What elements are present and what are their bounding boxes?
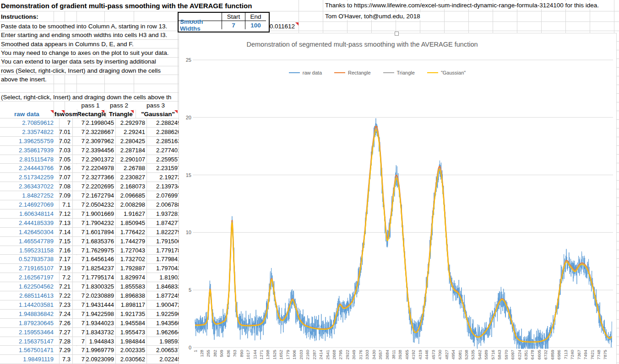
table-cell[interactable]: 7 [73, 164, 86, 173]
table-cell[interactable]: 1.744279 [116, 237, 147, 246]
table-cell[interactable]: 7.29 [60, 346, 73, 355]
table-cell[interactable]: 7.05 [60, 155, 73, 164]
table-cell[interactable]: 1.8343732 [86, 328, 116, 337]
table-cell[interactable]: 7 [73, 246, 86, 255]
table-cell[interactable]: 1.91627 [116, 209, 147, 219]
column-header[interactable]: "Gaussian" [136, 110, 180, 118]
table-cell[interactable]: 2.008298 [116, 200, 147, 209]
table-cell[interactable]: 7.2 [60, 273, 73, 282]
table-cell[interactable]: 1.898117 [116, 300, 147, 310]
table-cell[interactable]: 7.15 [60, 237, 73, 246]
table-cell[interactable]: 1.9344023 [86, 319, 116, 328]
table-cell[interactable]: 1.6835376 [86, 237, 116, 246]
table-cell[interactable]: 2.146927069 [0, 200, 60, 209]
chart-selection-handle[interactable] [395, 32, 399, 36]
instruction-line[interactable]: You may need to change to axes on the pl… [1, 49, 170, 57]
table-cell[interactable]: 2.815115478 [0, 155, 60, 164]
table-cell[interactable]: 1.792887 [116, 264, 147, 273]
table-cell[interactable]: 7 [73, 191, 86, 200]
table-cell[interactable]: 0.527835738 [0, 255, 60, 264]
table-cell[interactable]: 1.567501471 [0, 346, 60, 355]
table-cell[interactable]: 2.030562 [116, 355, 147, 364]
table-cell[interactable]: 7.14 [60, 228, 73, 237]
table-cell[interactable]: 1.6017894 [86, 228, 116, 237]
table-cell[interactable]: 2.280425 [116, 137, 147, 146]
table-cell[interactable]: 2.0923099 [86, 355, 116, 364]
instruction-line[interactable]: Smoothed data appears in Columns D, E, a… [1, 40, 135, 48]
table-cell[interactable]: 2.0230889 [86, 291, 116, 300]
sw-start-header[interactable]: Start [222, 13, 245, 21]
table-cell[interactable]: 7.16 [60, 246, 73, 255]
instruction-line[interactable]: rows (Select, right-click, Insert) and d… [1, 67, 162, 75]
table-cell[interactable]: 7.07 [60, 173, 73, 182]
table-cell[interactable]: 7.21 [60, 282, 73, 291]
legend-item[interactable]: Rectangle [334, 70, 371, 75]
table-cell[interactable]: 1.622504562 [0, 282, 60, 291]
column-header[interactable]: raw data [0, 110, 54, 118]
table-cell[interactable]: 2.162567197 [0, 273, 60, 282]
table-cell[interactable]: 1.944843 [86, 337, 116, 346]
increment-cell[interactable]: 0.011612 [268, 22, 296, 30]
table-cell[interactable]: 2.29241 [116, 128, 147, 137]
table-cell[interactable]: 7.27 [60, 328, 73, 337]
table-cell[interactable]: 2.444185339 [0, 219, 60, 228]
table-cell[interactable]: 1.8300325 [86, 282, 116, 291]
table-cell[interactable]: 2.3394456 [86, 146, 116, 155]
table-cell[interactable]: 7.13 [60, 219, 73, 228]
instruction-line[interactable]: above the insert. [1, 75, 48, 83]
table-cell[interactable]: 2.26788 [116, 164, 147, 173]
table-cell[interactable]: 1.984844 [116, 337, 147, 346]
table-cell[interactable]: 7 [73, 255, 86, 264]
table-cell[interactable]: 1.98491119 [0, 355, 60, 364]
table-cell[interactable]: 7 [73, 228, 86, 237]
author-cell[interactable]: Tom O'Haver, toh@umd.edu, 2018 [325, 12, 422, 20]
table-cell[interactable]: 2.002335 [116, 346, 147, 355]
table-cell[interactable]: 1.465547789 [0, 237, 60, 246]
instruction-line[interactable]: Paste data to be smoothed into Column A,… [1, 22, 168, 30]
table-cell[interactable]: 7 [73, 137, 86, 146]
table-cell[interactable]: 2.33574822 [0, 128, 60, 137]
table-cell[interactable]: 1.727043 [116, 246, 147, 255]
table-cell[interactable]: 7.08 [60, 182, 73, 191]
table-cell[interactable]: 2.230827 [116, 173, 147, 182]
table-cell[interactable]: 2.096685 [116, 191, 147, 200]
table-cell[interactable]: 2.168073 [116, 182, 147, 191]
table-cell[interactable]: 2.1998045 [86, 118, 116, 128]
table-cell[interactable]: 7 [73, 355, 86, 364]
table-cell[interactable]: 1.955473 [116, 328, 147, 337]
table-cell[interactable]: 1.921735 [116, 310, 147, 319]
pass-header[interactable]: pass 2 [104, 102, 134, 109]
table-cell[interactable]: 7 [73, 264, 86, 273]
table-cell[interactable]: 7 [73, 219, 86, 228]
instruction-line[interactable]: Enter starting and ending smooth widths … [1, 31, 168, 39]
table-cell[interactable]: 7 [73, 291, 86, 300]
table-cell[interactable]: 7.22 [60, 291, 73, 300]
table-cell[interactable]: 2.3228667 [86, 128, 116, 137]
chart-object[interactable]: Demonstration of segmented mult-pass smo… [179, 33, 617, 364]
table-cell[interactable]: 7 [73, 118, 86, 128]
sw-label-cell[interactable]: Smooth Widths [179, 21, 222, 29]
table-cell[interactable]: 1.9001669 [86, 209, 116, 219]
table-cell[interactable]: 7 [73, 282, 86, 291]
table-cell[interactable]: 7 [73, 182, 86, 191]
table-cell[interactable]: 1.855583 [116, 282, 147, 291]
table-cell[interactable]: 7 [73, 173, 86, 182]
table-cell[interactable]: 1.7904232 [86, 219, 116, 228]
table-cell[interactable]: 2.0504232 [86, 200, 116, 209]
table-cell[interactable]: 1.850945 [116, 219, 147, 228]
table-cell[interactable]: 7 [73, 337, 86, 346]
table-cell[interactable]: 1.426450304 [0, 228, 60, 237]
table-cell[interactable]: 2.244443766 [0, 164, 60, 173]
table-cell[interactable]: 7.06 [60, 164, 73, 173]
table-cell[interactable]: 7.17 [60, 255, 73, 264]
table-cell[interactable]: 1.732702 [116, 255, 147, 264]
table-cell[interactable]: 1.9969779 [86, 346, 116, 355]
table-cell[interactable]: 1.776422 [116, 228, 147, 237]
table-cell[interactable]: 7 [60, 118, 73, 128]
table-cell[interactable]: 7.3 [60, 355, 73, 364]
instructions-label[interactable]: Instructions: [1, 13, 40, 21]
table-cell[interactable]: 7 [73, 310, 86, 319]
table-cell[interactable]: 2.2204978 [86, 164, 116, 173]
table-cell[interactable]: 7 [73, 209, 86, 219]
instruction-line[interactable]: You can extend to larger data sets by in… [1, 58, 157, 65]
